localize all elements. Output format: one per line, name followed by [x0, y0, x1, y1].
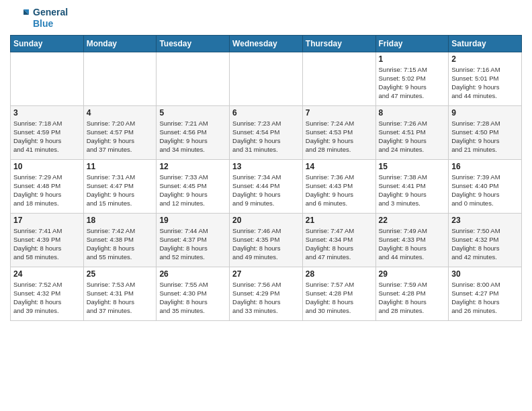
day-number: 1: [379, 54, 446, 64]
day-number: 22: [379, 216, 446, 225]
calendar-table: SundayMondayTuesdayWednesdayThursdayFrid…: [10, 35, 522, 321]
calendar-cell: [11, 52, 84, 105]
day-info: Sunrise: 7:26 AM Sunset: 4:51 PM Dayligh…: [379, 119, 446, 154]
day-number: 8: [379, 108, 446, 118]
calendar-cell: 2Sunrise: 7:16 AM Sunset: 5:01 PM Daylig…: [449, 52, 522, 105]
day-number: 23: [451, 216, 519, 225]
calendar-cell: 23Sunrise: 7:50 AM Sunset: 4:32 PM Dayli…: [449, 213, 522, 267]
day-number: 27: [232, 269, 300, 279]
calendar-cell: 4Sunrise: 7:20 AM Sunset: 4:57 PM Daylig…: [83, 105, 157, 159]
page-container: General Blue SundayMondayTuesdayWednesda…: [0, 0, 532, 324]
calendar-cell: 13Sunrise: 7:34 AM Sunset: 4:44 PM Dayli…: [230, 159, 303, 213]
calendar-cell: 7Sunrise: 7:24 AM Sunset: 4:53 PM Daylig…: [302, 105, 375, 159]
logo-blue: Blue: [33, 18, 68, 30]
calendar-week-1: 1Sunrise: 7:15 AM Sunset: 5:02 PM Daylig…: [11, 52, 522, 105]
col-header-sunday: Sunday: [11, 35, 84, 52]
day-number: 17: [13, 216, 81, 225]
day-info: Sunrise: 7:44 AM Sunset: 4:37 PM Dayligh…: [159, 226, 226, 262]
day-number: 25: [87, 269, 154, 279]
day-info: Sunrise: 7:41 AM Sunset: 4:39 PM Dayligh…: [13, 226, 81, 262]
day-info: Sunrise: 7:18 AM Sunset: 4:59 PM Dayligh…: [13, 119, 81, 154]
calendar-cell: 29Sunrise: 7:59 AM Sunset: 4:28 PM Dayli…: [375, 267, 449, 320]
day-number: 28: [306, 269, 373, 279]
col-header-tuesday: Tuesday: [157, 35, 230, 52]
calendar-cell: 14Sunrise: 7:36 AM Sunset: 4:43 PM Dayli…: [302, 159, 375, 213]
calendar-cell: 1Sunrise: 7:15 AM Sunset: 5:02 PM Daylig…: [375, 52, 449, 105]
day-number: 11: [87, 162, 154, 171]
logo-svg-icon: [10, 8, 30, 28]
calendar-cell: 26Sunrise: 7:55 AM Sunset: 4:30 PM Dayli…: [157, 267, 230, 320]
day-number: 16: [451, 162, 519, 171]
calendar-cell: 22Sunrise: 7:49 AM Sunset: 4:33 PM Dayli…: [375, 213, 449, 267]
col-header-monday: Monday: [83, 35, 157, 52]
calendar-cell: [157, 52, 230, 105]
calendar-cell: 10Sunrise: 7:29 AM Sunset: 4:48 PM Dayli…: [11, 159, 84, 213]
calendar-cell: 30Sunrise: 8:00 AM Sunset: 4:27 PM Dayli…: [449, 267, 522, 320]
day-info: Sunrise: 7:55 AM Sunset: 4:30 PM Dayligh…: [159, 280, 226, 316]
day-number: 6: [232, 108, 300, 118]
col-header-thursday: Thursday: [302, 35, 375, 52]
day-info: Sunrise: 7:50 AM Sunset: 4:32 PM Dayligh…: [451, 226, 519, 262]
day-info: Sunrise: 7:38 AM Sunset: 4:41 PM Dayligh…: [379, 173, 446, 208]
calendar-header-row: SundayMondayTuesdayWednesdayThursdayFrid…: [11, 35, 522, 52]
calendar-cell: [83, 52, 157, 105]
day-number: 4: [87, 108, 154, 118]
calendar-cell: 17Sunrise: 7:41 AM Sunset: 4:39 PM Dayli…: [11, 213, 84, 267]
calendar-cell: 24Sunrise: 7:52 AM Sunset: 4:32 PM Dayli…: [11, 267, 84, 320]
calendar-cell: [302, 52, 375, 105]
day-info: Sunrise: 7:16 AM Sunset: 5:01 PM Dayligh…: [451, 65, 519, 101]
day-info: Sunrise: 7:52 AM Sunset: 4:32 PM Dayligh…: [13, 280, 81, 316]
calendar-week-2: 3Sunrise: 7:18 AM Sunset: 4:59 PM Daylig…: [11, 105, 522, 159]
day-number: 24: [13, 269, 81, 279]
day-info: Sunrise: 7:29 AM Sunset: 4:48 PM Dayligh…: [13, 173, 81, 208]
day-number: 29: [379, 269, 446, 279]
day-info: Sunrise: 7:53 AM Sunset: 4:31 PM Dayligh…: [87, 280, 154, 316]
day-number: 9: [451, 108, 519, 118]
day-info: Sunrise: 7:57 AM Sunset: 4:28 PM Dayligh…: [306, 280, 373, 316]
calendar-cell: 8Sunrise: 7:26 AM Sunset: 4:51 PM Daylig…: [375, 105, 449, 159]
day-info: Sunrise: 7:42 AM Sunset: 4:38 PM Dayligh…: [87, 226, 154, 262]
header: General Blue: [10, 7, 522, 30]
day-number: 19: [159, 216, 226, 225]
calendar-cell: 28Sunrise: 7:57 AM Sunset: 4:28 PM Dayli…: [302, 267, 375, 320]
col-header-friday: Friday: [375, 35, 449, 52]
day-number: 21: [306, 216, 373, 225]
calendar-cell: 25Sunrise: 7:53 AM Sunset: 4:31 PM Dayli…: [83, 267, 157, 320]
day-number: 7: [306, 108, 373, 118]
day-info: Sunrise: 7:33 AM Sunset: 4:45 PM Dayligh…: [159, 173, 226, 208]
day-info: Sunrise: 7:31 AM Sunset: 4:47 PM Dayligh…: [87, 173, 154, 208]
calendar-cell: 27Sunrise: 7:56 AM Sunset: 4:29 PM Dayli…: [230, 267, 303, 320]
day-info: Sunrise: 7:49 AM Sunset: 4:33 PM Dayligh…: [379, 226, 446, 262]
day-number: 18: [87, 216, 154, 225]
logo-general: General: [33, 7, 68, 18]
calendar-cell: 5Sunrise: 7:21 AM Sunset: 4:56 PM Daylig…: [157, 105, 230, 159]
calendar-cell: 20Sunrise: 7:46 AM Sunset: 4:35 PM Dayli…: [230, 213, 303, 267]
day-number: 2: [451, 54, 519, 64]
calendar-cell: 11Sunrise: 7:31 AM Sunset: 4:47 PM Dayli…: [83, 159, 157, 213]
day-info: Sunrise: 7:20 AM Sunset: 4:57 PM Dayligh…: [87, 119, 154, 154]
calendar-cell: 3Sunrise: 7:18 AM Sunset: 4:59 PM Daylig…: [11, 105, 84, 159]
day-number: 3: [13, 108, 81, 118]
day-number: 15: [379, 162, 446, 171]
day-info: Sunrise: 8:00 AM Sunset: 4:27 PM Dayligh…: [451, 280, 519, 316]
day-info: Sunrise: 7:34 AM Sunset: 4:44 PM Dayligh…: [232, 173, 300, 208]
day-info: Sunrise: 7:39 AM Sunset: 4:40 PM Dayligh…: [451, 173, 519, 208]
day-info: Sunrise: 7:15 AM Sunset: 5:02 PM Dayligh…: [379, 65, 446, 101]
day-number: 10: [13, 162, 81, 171]
calendar-week-5: 24Sunrise: 7:52 AM Sunset: 4:32 PM Dayli…: [11, 267, 522, 320]
day-info: Sunrise: 7:46 AM Sunset: 4:35 PM Dayligh…: [232, 226, 300, 262]
calendar-cell: 16Sunrise: 7:39 AM Sunset: 4:40 PM Dayli…: [449, 159, 522, 213]
col-header-wednesday: Wednesday: [230, 35, 303, 52]
day-info: Sunrise: 7:23 AM Sunset: 4:54 PM Dayligh…: [232, 119, 300, 154]
day-number: 20: [232, 216, 300, 225]
day-info: Sunrise: 7:36 AM Sunset: 4:43 PM Dayligh…: [306, 173, 373, 208]
day-info: Sunrise: 7:56 AM Sunset: 4:29 PM Dayligh…: [232, 280, 300, 316]
day-number: 13: [232, 162, 300, 171]
day-info: Sunrise: 7:59 AM Sunset: 4:28 PM Dayligh…: [379, 280, 446, 316]
calendar-week-3: 10Sunrise: 7:29 AM Sunset: 4:48 PM Dayli…: [11, 159, 522, 213]
day-info: Sunrise: 7:47 AM Sunset: 4:34 PM Dayligh…: [306, 226, 373, 262]
calendar-cell: 18Sunrise: 7:42 AM Sunset: 4:38 PM Dayli…: [83, 213, 157, 267]
calendar-cell: 12Sunrise: 7:33 AM Sunset: 4:45 PM Dayli…: [157, 159, 230, 213]
day-number: 5: [159, 108, 226, 118]
day-number: 14: [306, 162, 373, 171]
